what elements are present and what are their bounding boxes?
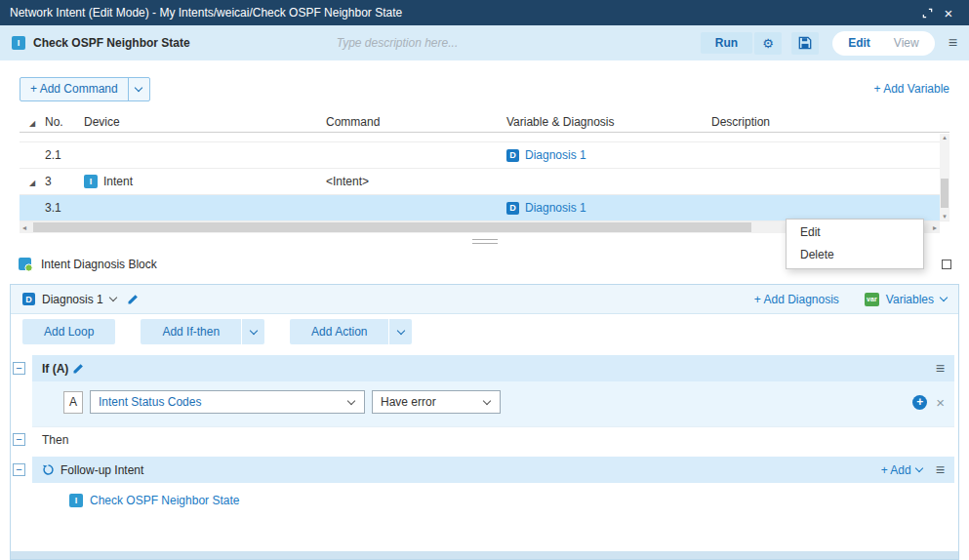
variables-icon: var: [865, 293, 879, 306]
if-menu-button[interactable]: ≡: [936, 361, 945, 377]
collapse-follow-up-button[interactable]: −: [13, 463, 25, 476]
add-condition-button[interactable]: +: [912, 395, 927, 410]
add-action-label[interactable]: Add Action: [290, 325, 388, 339]
diagnosis-selector[interactable]: Diagnosis 1: [42, 293, 103, 306]
condition-id: A: [63, 391, 83, 414]
scroll-down-icon[interactable]: ▾: [940, 213, 949, 220]
follow-up-add-button[interactable]: + Add: [881, 463, 911, 477]
chevron-down-icon: [347, 396, 355, 404]
scroll-right-icon[interactable]: ▸: [933, 221, 937, 233]
follow-up-intent-link[interactable]: Check OSPF Neighbor State: [90, 494, 239, 507]
cell-command: <Intent>: [326, 175, 506, 188]
gear-icon: ⚙: [762, 36, 774, 51]
column-description: Description: [711, 115, 949, 129]
diagnosis-icon: D: [506, 202, 519, 215]
cell-no: 3: [45, 175, 84, 188]
maximize-button[interactable]: [942, 260, 951, 269]
add-if-then-dropdown[interactable]: [241, 319, 264, 344]
chevron-down-icon: [249, 326, 257, 334]
cell-no: 3.1: [45, 201, 84, 215]
chevron-down-icon[interactable]: [914, 464, 922, 472]
add-command-label[interactable]: + Add Command: [20, 78, 128, 100]
follow-up-intent-icon: [42, 463, 55, 476]
rename-diagnosis-button[interactable]: [127, 294, 139, 305]
condition-variable-select[interactable]: Intent Status Codes: [90, 390, 365, 414]
column-device: Device: [84, 115, 326, 129]
plus-icon: +: [916, 395, 923, 409]
if-condition-area: A Intent Status Codes Have error + ×: [32, 381, 954, 426]
cell-no: 2: [45, 133, 84, 136]
intent-icon: I: [12, 36, 25, 50]
chevron-down-icon[interactable]: [940, 294, 948, 301]
collapse-then-button[interactable]: −: [13, 433, 25, 446]
add-variable-link[interactable]: + Add Variable: [873, 82, 949, 96]
tab-edit[interactable]: Edit: [836, 33, 882, 53]
column-variable-diagnosis: Variable & Diagnosis: [506, 115, 711, 129]
window-title: Network Intent (Edit Mode) - My Intents/…: [10, 6, 916, 20]
table-row-partial[interactable]: 2 Intent <Intent>: [20, 133, 949, 142]
table-row[interactable]: ◢ 3 I Intent <Intent>: [20, 169, 949, 195]
scrollbar-thumb[interactable]: [33, 222, 751, 232]
vertical-scrollbar[interactable]: ▴ ▾: [940, 134, 949, 220]
expand-window-button[interactable]: [916, 3, 938, 22]
close-button[interactable]: ×: [938, 3, 959, 22]
collapse-if-button[interactable]: −: [13, 362, 25, 375]
context-menu-delete[interactable]: Delete: [787, 244, 923, 266]
add-if-then-label[interactable]: Add If-then: [141, 325, 241, 339]
hamburger-icon: ≡: [936, 360, 945, 377]
scrollbar-thumb[interactable]: [941, 179, 949, 208]
add-action-dropdown[interactable]: [388, 319, 412, 344]
panel-horizontal-scrollbar[interactable]: [11, 551, 958, 559]
tab-view[interactable]: View: [882, 33, 931, 53]
edit-view-toggle: Edit View: [832, 31, 934, 56]
header-menu-button[interactable]: ≡: [949, 35, 957, 51]
intent-icon: I: [69, 494, 83, 507]
cell-no: 2.1: [45, 148, 84, 162]
follow-up-content: I Check OSPF Neighbor State: [32, 483, 954, 518]
if-label: If (A): [42, 362, 68, 376]
edit-if-button[interactable]: [72, 363, 84, 375]
column-no: No.: [45, 115, 84, 129]
scroll-up-icon[interactable]: ▴: [940, 134, 949, 141]
add-loop-label[interactable]: Add Loop: [22, 325, 115, 339]
add-diagnosis-link[interactable]: + Add Diagnosis: [754, 293, 839, 306]
command-toolbar: + Add Command + Add Variable: [20, 76, 949, 101]
variables-button[interactable]: Variables: [886, 293, 934, 306]
diagnosis-selector-bar: D Diagnosis 1 + Add Diagnosis var Variab…: [11, 285, 958, 314]
add-if-then-button: Add If-then: [141, 319, 264, 344]
add-loop-button[interactable]: Add Loop: [22, 319, 115, 344]
chevron-down-icon: [397, 326, 405, 334]
description-placeholder[interactable]: Type description here...: [337, 36, 459, 50]
section-title: Intent Diagnosis Block: [41, 258, 157, 271]
run-button[interactable]: Run: [701, 32, 752, 54]
add-command-button: + Add Command: [20, 77, 150, 101]
follow-up-title: Follow-up Intent: [61, 463, 143, 477]
expander-icon[interactable]: ◢: [29, 179, 35, 187]
table-row[interactable]: 2.1 D Diagnosis 1: [20, 142, 949, 169]
hamburger-icon: ≡: [936, 461, 945, 478]
add-command-dropdown[interactable]: [128, 78, 149, 100]
close-icon: ×: [936, 394, 945, 411]
scroll-left-icon[interactable]: ◂: [22, 221, 26, 233]
chevron-down-icon[interactable]: [108, 294, 116, 301]
expand-all-icon[interactable]: ◢: [29, 119, 35, 128]
intent-icon: I: [84, 175, 98, 188]
if-block: − If (A) ≡ A Intent Status Codes: [11, 355, 958, 426]
chevron-down-icon: [483, 396, 491, 404]
follow-up-menu-button[interactable]: ≡: [936, 462, 945, 478]
pencil-icon: [127, 294, 139, 305]
save-button[interactable]: [791, 32, 819, 55]
context-menu-edit[interactable]: Edit: [787, 221, 923, 244]
diagnosis-link[interactable]: Diagnosis 1: [525, 148, 586, 162]
condition-operator-select[interactable]: Have error: [372, 390, 501, 414]
column-command: Command: [326, 115, 506, 129]
intent-header: I Check OSPF Neighbor State Type descrip…: [0, 25, 969, 60]
remove-condition-button[interactable]: ×: [936, 394, 945, 411]
cell-command: <Intent>: [326, 133, 506, 136]
intent-title: Check OSPF Neighbor State: [33, 36, 190, 50]
table-header: ◢ No. Device Command Variable & Diagnosi…: [20, 111, 949, 133]
intent-diagnosis-block-icon: [18, 257, 33, 272]
table-row-selected[interactable]: 3.1 D Diagnosis 1: [20, 195, 949, 221]
diagnosis-link[interactable]: Diagnosis 1: [525, 201, 586, 215]
run-settings-button[interactable]: ⚙: [754, 32, 782, 55]
